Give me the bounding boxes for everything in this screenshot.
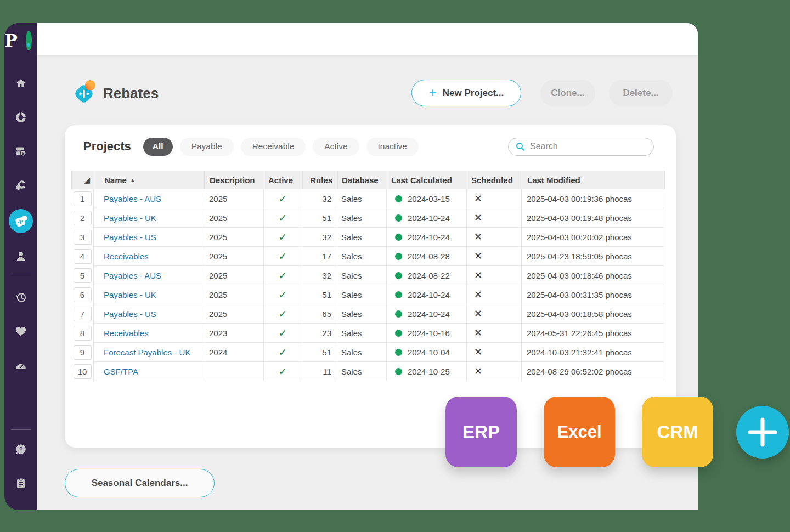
gutter-slot: 2 <box>71 208 93 228</box>
row-number[interactable]: 1 <box>74 191 92 206</box>
filter-payable[interactable]: Payable <box>180 138 234 156</box>
row-number[interactable]: 6 <box>74 287 92 302</box>
sidebar-item-help[interactable]: ? <box>14 443 27 456</box>
scheduled-cell: ✕ <box>467 208 522 227</box>
active-cell: ✓ <box>264 247 302 265</box>
row-number[interactable]: 9 <box>74 345 92 360</box>
delete-button[interactable]: Delete... <box>609 80 673 106</box>
table-rows: Payables - AUS 2025 ✓ 32 Sales 2024-03-1… <box>93 189 664 381</box>
description-text: 2025 <box>209 290 227 299</box>
rules-cell: 32 <box>302 189 337 208</box>
rules-count: 11 <box>323 367 331 376</box>
sidebar-item-history[interactable] <box>14 291 27 304</box>
sidebar-item-tasks[interactable] <box>14 477 27 490</box>
project-name-link[interactable]: Payables - UK <box>104 290 156 299</box>
table-row[interactable]: Receivables 2023 ✓ 23 Sales 2024-10-16 ✕… <box>94 324 664 343</box>
project-name-link[interactable]: Payables - AUS <box>104 194 161 203</box>
corner-select-icon: ◢ <box>84 176 90 184</box>
sidebar-item-home[interactable] <box>14 77 27 90</box>
table-row[interactable]: Payables - US 2025 ✓ 65 Sales 2024-10-24… <box>94 304 664 324</box>
excel-tile[interactable]: Excel <box>544 397 615 467</box>
logo-dot: . <box>26 31 32 50</box>
column-header-rules[interactable]: Rules <box>302 171 337 189</box>
sidebar-item-analytics[interactable] <box>14 111 27 124</box>
description-text: 2025 <box>209 309 227 319</box>
database-text: Sales <box>341 290 362 299</box>
project-name-link[interactable]: Forecast Payables - UK <box>104 348 190 357</box>
description-cell: 2025 <box>204 247 264 265</box>
check-icon: ✓ <box>279 346 287 359</box>
filter-receivable[interactable]: Receivable <box>241 138 306 156</box>
status-dot-icon <box>395 291 402 298</box>
check-icon: ✓ <box>279 250 287 263</box>
row-number[interactable]: 5 <box>74 268 92 283</box>
table-row[interactable]: Payables - UK 2025 ✓ 51 Sales 2024-10-24… <box>94 208 664 228</box>
row-number-label: 7 <box>80 309 84 319</box>
check-icon: ✓ <box>279 269 287 282</box>
column-header-scheduled[interactable]: Scheduled <box>467 171 522 189</box>
column-header-name[interactable]: Name▲ <box>94 171 204 189</box>
description-cell <box>204 362 264 381</box>
row-number-label: 4 <box>80 252 84 261</box>
project-name-link[interactable]: Payables - US <box>104 233 156 242</box>
row-number[interactable]: 8 <box>74 326 92 341</box>
last-modified-cell: 2025-04-23 18:59:05 phocas <box>522 247 664 265</box>
project-name-link[interactable]: Payables - UK <box>104 213 156 223</box>
sidebar-item-sync[interactable] <box>14 179 27 192</box>
sidebar-item-favorites[interactable] <box>14 325 27 338</box>
column-header-database[interactable]: Database <box>337 171 387 189</box>
project-name-link[interactable]: Payables - AUS <box>104 271 161 280</box>
filter-all[interactable]: All <box>143 138 173 156</box>
last-modified-text: 2024-05-31 22:26:45 phocas <box>527 329 632 338</box>
project-name-link[interactable]: GSF/TPA <box>104 367 138 376</box>
crm-tile[interactable]: CRM <box>642 397 713 467</box>
row-number[interactable]: 4 <box>74 249 92 264</box>
column-header-active[interactable]: Active <box>264 171 302 189</box>
scheduled-cell: ✕ <box>467 362 522 381</box>
seasonal-calendars-button[interactable]: Seasonal Calendars... <box>65 469 215 497</box>
project-name-link[interactable]: Receivables <box>104 252 149 261</box>
check-icon: ✓ <box>279 193 287 205</box>
check-icon: ✓ <box>279 308 287 320</box>
column-header-description[interactable]: Description <box>204 171 264 189</box>
page-title: Rebates <box>103 85 159 102</box>
x-icon: ✕ <box>474 231 482 243</box>
database-text: Sales <box>341 367 362 376</box>
sidebar-item-rebates-active[interactable] <box>9 209 33 233</box>
last-calculated-date: 2024-10-24 <box>408 213 450 223</box>
last-modified-cell: 2025-04-03 00:31:35 phocas <box>522 285 664 304</box>
erp-tile[interactable]: ERP <box>445 397 517 467</box>
sidebar-item-dashboards[interactable] <box>14 359 27 372</box>
row-number[interactable]: 2 <box>74 211 92 225</box>
table-row[interactable]: Payables - AUS 2025 ✓ 32 Sales 2024-03-1… <box>94 189 664 208</box>
last-calculated-cell: 2024-10-16 <box>387 324 467 342</box>
column-header-last-modified[interactable]: Last Modified <box>522 171 664 189</box>
row-number[interactable]: 3 <box>74 230 92 245</box>
select-all-corner[interactable]: ◢ <box>72 171 94 189</box>
column-header-last-calculated[interactable]: Last Calculated <box>387 171 467 189</box>
x-icon: ✕ <box>474 193 482 205</box>
table-row[interactable]: Forecast Payables - UK 2024 ✓ 51 Sales 2… <box>94 343 664 362</box>
new-project-button[interactable]: + New Project... <box>411 80 521 106</box>
sidebar-item-financial[interactable]: $ <box>14 145 27 158</box>
table-row[interactable]: Receivables 2025 ✓ 17 Sales 2024-08-28 ✕… <box>94 247 664 266</box>
project-name-link[interactable]: Receivables <box>104 329 149 338</box>
row-number[interactable]: 10 <box>74 364 92 379</box>
add-integration-button[interactable] <box>736 406 789 459</box>
table-row[interactable]: GSF/TPA ✓ 11 Sales 2024-10-25 ✕ 2024-08-… <box>94 362 664 381</box>
phocas-logo[interactable]: P. <box>4 31 37 50</box>
table-row[interactable]: Payables - US 2025 ✓ 32 Sales 2024-10-24… <box>94 228 664 247</box>
active-cell: ✓ <box>264 343 302 361</box>
search-input[interactable] <box>530 142 653 151</box>
sidebar: P. $ <box>4 23 37 510</box>
name-cell: Forecast Payables - UK <box>94 343 204 361</box>
project-name-link[interactable]: Payables - US <box>104 309 156 319</box>
row-number-label: 8 <box>80 329 84 338</box>
clone-button[interactable]: Clone... <box>540 80 595 106</box>
filter-active[interactable]: Active <box>313 138 359 156</box>
filter-inactive[interactable]: Inactive <box>366 138 419 156</box>
table-row[interactable]: Payables - UK 2025 ✓ 51 Sales 2024-10-24… <box>94 285 664 304</box>
row-number[interactable]: 7 <box>74 307 92 321</box>
sidebar-item-users[interactable] <box>14 250 27 263</box>
table-row[interactable]: Payables - AUS 2025 ✓ 32 Sales 2024-08-2… <box>94 266 664 285</box>
